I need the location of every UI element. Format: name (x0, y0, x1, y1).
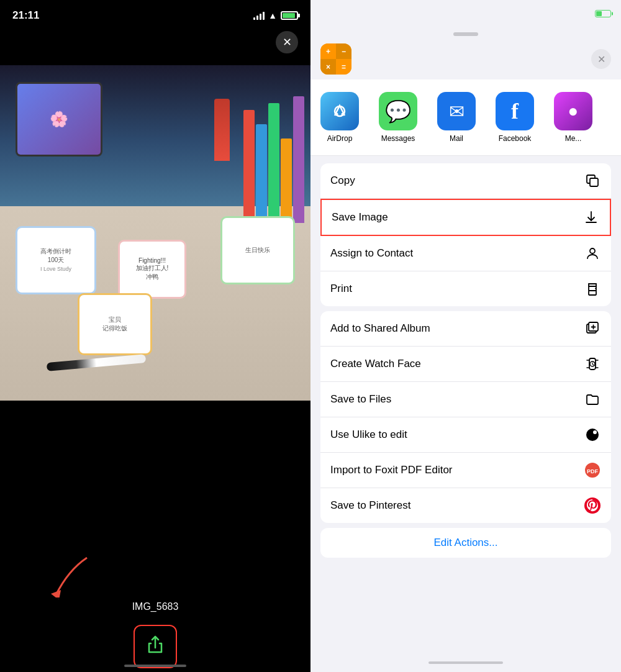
save-image-action[interactable]: Save Image (320, 199, 611, 236)
copy-icon (584, 172, 601, 189)
close-sheet-icon: ✕ (597, 53, 605, 65)
share-target-mail[interactable]: ✉ Mail (427, 84, 486, 150)
use-ulike-label: Use Ulike to edit (330, 429, 407, 441)
status-bar: 21:11 ▲ (0, 0, 310, 31)
save-to-files-action[interactable]: Save to Files (320, 382, 611, 417)
status-time: 21:11 (12, 9, 39, 22)
use-ulike-action[interactable]: Use Ulike to edit (320, 417, 611, 453)
airdrop-icon (320, 92, 359, 130)
home-indicator (124, 665, 186, 667)
share-icon (146, 635, 165, 658)
bottle-decoration (214, 99, 230, 161)
svg-text:PDF: PDF (587, 468, 599, 474)
status-icons: ▲ (253, 11, 298, 20)
copy-action[interactable]: Copy (320, 163, 611, 199)
right-panel: + − × = ✕ AirDrop (310, 0, 621, 672)
assign-contact-icon (584, 245, 601, 262)
wifi-icon: ▲ (268, 11, 277, 20)
share-targets-row: AirDrop 💬 Messages ✉ Mail f Facebook ● M… (310, 79, 621, 156)
facebook-label: Facebook (499, 134, 532, 143)
save-image-icon (582, 209, 600, 226)
sticker-card-2: Fighting!!!加油打工人!冲鸭 (118, 240, 186, 299)
sticker-card-4: 宝贝记得吃饭 (78, 293, 152, 355)
app-icon-row: + − × = ✕ (310, 39, 621, 79)
use-ulike-icon (584, 426, 601, 443)
save-pinterest-icon (584, 497, 601, 514)
sticker-card-3: 生日快乐 (220, 216, 295, 284)
sticker-card-1: 高考倒计时100天I Love Study (16, 226, 96, 294)
close-photo-button[interactable]: ✕ (276, 31, 298, 53)
airdrop-label: AirDrop (327, 134, 353, 143)
close-button-area: ✕ (276, 31, 298, 53)
calculator-icon: + − × = (320, 43, 351, 75)
more-label: Me... (565, 134, 582, 143)
svg-point-5 (590, 248, 595, 253)
save-pinterest-label: Save to Pinterest (330, 499, 410, 512)
sheet-handle (453, 32, 478, 36)
home-indicator-right (310, 653, 621, 672)
messages-icon: 💬 (379, 92, 417, 130)
action-group-1: Copy Save Image (320, 163, 611, 306)
filename-label: IMG_5683 (132, 601, 179, 612)
print-action[interactable]: Print (320, 271, 611, 306)
share-button[interactable] (134, 625, 177, 668)
bottom-bar: IMG_5683 (0, 597, 310, 672)
svg-point-13 (593, 430, 597, 434)
photo-area: 🌸 高考倒计时100天I Love Study Fighting!!!加油打工人… (0, 65, 310, 401)
battery-green-indicator (595, 10, 611, 17)
svg-point-12 (586, 429, 599, 441)
import-foxit-label: Import to Foxit PDF Editor (330, 464, 453, 476)
import-foxit-icon: PDF (584, 461, 601, 479)
share-target-airdrop[interactable]: AirDrop (310, 84, 369, 150)
import-foxit-action[interactable]: Import to Foxit PDF Editor PDF (320, 453, 611, 488)
photo-content: 🌸 高考倒计时100天I Love Study Fighting!!!加油打工人… (0, 65, 310, 401)
add-shared-album-action[interactable]: Add to Shared Album (320, 311, 611, 347)
tablet-decoration: 🌸 (16, 82, 102, 157)
assign-contact-action[interactable]: Assign to Contact (320, 236, 611, 271)
more-icon: ● (554, 92, 592, 130)
share-target-facebook[interactable]: f Facebook (486, 84, 544, 150)
svg-rect-6 (589, 291, 596, 295)
add-shared-album-icon (584, 320, 601, 337)
add-shared-album-label: Add to Shared Album (330, 322, 430, 335)
create-watch-face-icon (584, 355, 601, 373)
left-panel: 21:11 ▲ ✕ (0, 0, 310, 672)
edit-actions-button[interactable]: Edit Actions... (320, 528, 611, 558)
sheet-container: + − × = ✕ AirDrop (310, 39, 621, 653)
save-to-files-label: Save to Files (330, 393, 391, 406)
home-bar (428, 661, 503, 664)
facebook-icon: f (496, 92, 534, 130)
save-to-files-icon (584, 391, 601, 408)
books-decoration (243, 82, 304, 223)
print-icon (584, 280, 601, 297)
close-sheet-button[interactable]: ✕ (591, 49, 611, 69)
svg-point-2 (335, 113, 338, 116)
svg-rect-4 (590, 178, 598, 186)
save-pinterest-action[interactable]: Save to Pinterest (320, 488, 611, 523)
signal-icon (253, 11, 265, 20)
battery-icon (281, 11, 298, 20)
save-image-label: Save Image (332, 211, 388, 224)
assign-contact-label: Assign to Contact (330, 247, 413, 260)
share-target-more[interactable]: ● Me... (544, 84, 602, 150)
create-watch-face-label: Create Watch Face (330, 358, 421, 370)
action-group-2: Add to Shared Album Create Watch Face (320, 311, 611, 523)
mail-label: Mail (450, 134, 463, 143)
mail-icon: ✉ (437, 92, 476, 130)
create-watch-face-action[interactable]: Create Watch Face (320, 347, 611, 382)
copy-label: Copy (330, 175, 355, 187)
messages-label: Messages (381, 134, 415, 143)
share-target-messages[interactable]: 💬 Messages (369, 84, 427, 150)
print-label: Print (330, 283, 352, 295)
action-list: Copy Save Image (310, 156, 621, 653)
edit-actions-label: Edit Actions... (434, 537, 498, 548)
svg-point-3 (342, 113, 345, 116)
battery-right-icon (595, 10, 611, 17)
close-icon: ✕ (283, 35, 292, 49)
svg-point-7 (595, 288, 596, 289)
right-status-bar (310, 0, 621, 27)
